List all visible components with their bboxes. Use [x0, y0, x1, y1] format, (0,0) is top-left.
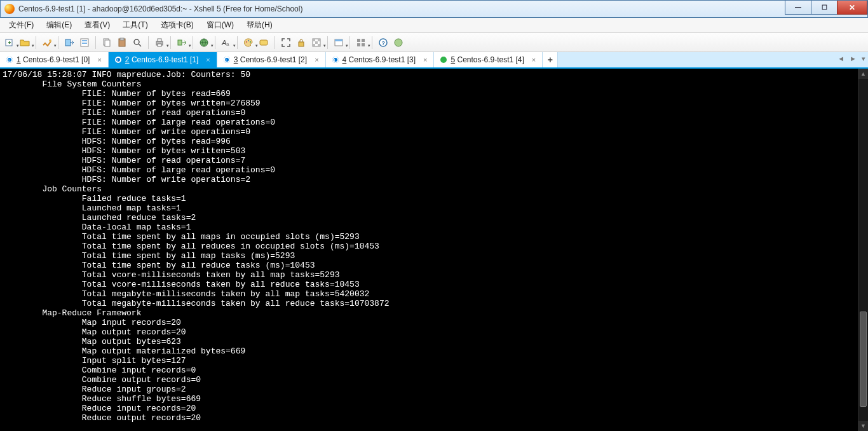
tab-navigation: ◄ ► ▾ [837, 55, 865, 63]
svg-point-37 [395, 39, 402, 46]
svg-point-19 [248, 40, 249, 41]
svg-rect-13 [158, 44, 161, 46]
terminal-output[interactable]: 17/06/18 15:28:07 INFO mapreduce.Job: Co… [0, 69, 858, 431]
font-button[interactable]: Aa▾ [219, 36, 233, 50]
toolbar-separator [237, 36, 238, 49]
minimize-button[interactable]: — [785, 1, 811, 15]
toolbar-separator [349, 36, 350, 49]
svg-text:a: a [226, 41, 229, 47]
new-session-button[interactable]: ▾ [3, 36, 17, 50]
menu-tools[interactable]: 工具(T) [118, 18, 153, 32]
svg-rect-24 [313, 39, 315, 41]
fullscreen-button[interactable] [279, 36, 293, 50]
svg-rect-7 [105, 40, 110, 46]
web-button[interactable]: ▾ [197, 36, 211, 50]
tab-close-button[interactable]: × [206, 56, 210, 64]
open-session-button[interactable]: ▾ [18, 36, 32, 50]
session-tab-2[interactable]: 2 Centos-6.9-test1 [1] × [109, 52, 217, 67]
session-tab-5[interactable]: 5 Centos-6.9-test1 [4] × [434, 52, 543, 67]
svg-rect-34 [362, 43, 365, 46]
tab-close-button[interactable]: × [315, 56, 318, 64]
session-tabs-row: 1 Centos-6.9-test1 [0] ×2 Centos-6.9-tes… [0, 52, 868, 69]
svg-rect-21 [260, 40, 268, 45]
toolbar-separator [215, 36, 215, 49]
lock-button[interactable] [294, 36, 308, 50]
find-button[interactable] [130, 36, 144, 50]
tab-close-button[interactable]: × [423, 56, 427, 64]
session-tab-3[interactable]: 3 Centos-6.9-test1 [2] × [217, 52, 326, 67]
scroll-down-button[interactable]: ▼ [858, 421, 868, 431]
maximize-button[interactable]: ☐ [811, 1, 837, 15]
toolbar-separator [95, 36, 96, 49]
layout-button[interactable]: ▾ [332, 36, 346, 50]
toolbar-separator [327, 36, 328, 49]
toolbar-separator [372, 36, 372, 49]
reconnect-button[interactable]: ▾ [40, 36, 54, 50]
terminal-area: 17/06/18 15:28:07 INFO mapreduce.Job: Co… [0, 69, 868, 431]
tab-menu-button[interactable]: ▾ [862, 55, 865, 63]
svg-rect-2 [65, 39, 71, 46]
tile-button[interactable]: ▾ [354, 36, 368, 50]
session-tab-1[interactable]: 1 Centos-6.9-test1 [0] × [0, 52, 109, 67]
terminal-scrollbar[interactable]: ▲ ▼ [858, 69, 868, 431]
menu-help[interactable]: 帮助(H) [241, 18, 278, 32]
status-info-icon [115, 57, 121, 63]
menu-file[interactable]: 文件(F) [4, 18, 39, 32]
copy-button[interactable] [100, 36, 114, 50]
app-icon [4, 4, 15, 14]
session-tab-4[interactable]: 4 Centos-6.9-test1 [3] × [326, 52, 435, 67]
toolbar-separator [193, 36, 193, 49]
menu-window[interactable]: 窗口(W) [201, 18, 239, 32]
svg-rect-4 [82, 40, 87, 41]
status-info-icon [224, 57, 230, 63]
window-title: Centos-6.9-test1 [1] - ahadoop@1620d6ed3… [18, 4, 302, 13]
menu-view[interactable]: 查看(V) [79, 18, 115, 32]
transparency-button[interactable]: ▾ [309, 36, 323, 50]
svg-rect-32 [362, 39, 365, 42]
tab-label: 2 Centos-6.9-test1 [1] [125, 55, 198, 64]
tab-label: 1 Centos-6.9-test1 [0] [17, 55, 90, 64]
toolbar: ▾ ▾ ▾ ▾ ▾ ▾ Aa▾ ▾ ▾ ▾ ▾ ? [0, 33, 868, 52]
window-controls: — ☐ ✕ [785, 1, 867, 15]
svg-rect-30 [335, 39, 342, 41]
status-info-icon [332, 57, 339, 63]
toolbar-separator [148, 36, 149, 49]
tab-next-button[interactable]: ► [850, 55, 857, 63]
toolbar-separator [170, 36, 171, 49]
close-button[interactable]: ✕ [837, 1, 867, 15]
svg-point-18 [246, 41, 247, 43]
svg-rect-26 [315, 41, 318, 44]
about-button[interactable] [391, 36, 405, 50]
session-tabs: 1 Centos-6.9-test1 [0] ×2 Centos-6.9-tes… [0, 52, 543, 67]
tab-close-button[interactable]: × [532, 56, 536, 64]
disconnect-button[interactable] [62, 36, 76, 50]
tabs-spacer [558, 52, 868, 67]
properties-button[interactable] [78, 36, 92, 50]
scroll-thumb[interactable] [860, 311, 867, 407]
add-tab-button[interactable]: + [543, 52, 558, 67]
tab-label: 3 Centos-6.9-test1 [2] [234, 55, 307, 64]
status-connected-icon [440, 57, 447, 63]
svg-point-1 [49, 39, 51, 42]
scroll-up-button[interactable]: ▲ [858, 69, 868, 79]
menu-edit[interactable]: 编辑(E) [41, 18, 77, 32]
scroll-track[interactable] [858, 79, 868, 421]
svg-point-20 [250, 41, 251, 43]
color-scheme-button[interactable]: ▾ [241, 36, 255, 50]
svg-text:?: ? [382, 40, 386, 46]
transfer-button[interactable]: ▾ [175, 36, 189, 50]
tab-prev-button[interactable]: ◄ [837, 55, 844, 63]
svg-point-10 [134, 39, 139, 44]
toolbar-separator [275, 36, 275, 49]
paste-button[interactable] [115, 36, 129, 50]
print-button[interactable]: ▾ [153, 36, 166, 50]
svg-rect-12 [158, 39, 161, 41]
svg-rect-9 [120, 38, 124, 40]
help-button[interactable]: ? [376, 36, 390, 50]
menu-tabs[interactable]: 选项卡(B) [156, 18, 199, 32]
highlight-button[interactable] [257, 36, 271, 50]
tab-close-button[interactable]: × [97, 56, 101, 64]
tab-label: 4 Centos-6.9-test1 [3] [342, 55, 416, 64]
tab-label: 5 Centos-6.9-test1 [4] [451, 55, 524, 64]
status-info-icon [6, 57, 13, 63]
